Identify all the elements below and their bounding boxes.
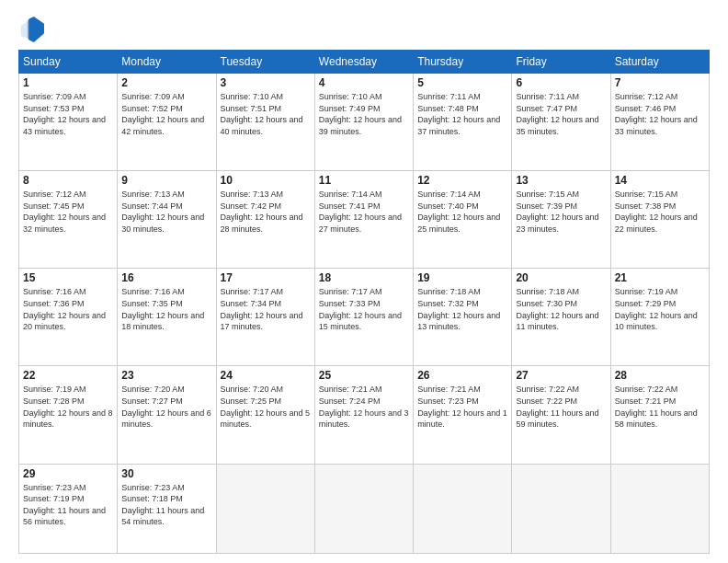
day-info: Sunrise: 7:12 AMSunset: 7:45 PMDaylight:… [23,189,113,235]
day-number: 16 [121,271,211,284]
calendar-day-cell: 13Sunrise: 7:15 AMSunset: 7:39 PMDayligh… [512,171,610,269]
day-info: Sunrise: 7:18 AMSunset: 7:32 PMDaylight:… [417,286,507,332]
day-number: 14 [615,174,705,187]
day-info: Sunrise: 7:11 AMSunset: 7:47 PMDaylight:… [516,91,606,137]
day-info: Sunrise: 7:16 AMSunset: 7:35 PMDaylight:… [121,286,211,332]
day-number: 20 [516,271,606,284]
day-number: 29 [23,467,113,480]
calendar-day-cell: 17Sunrise: 7:17 AMSunset: 7:34 PMDayligh… [216,269,314,366]
day-info: Sunrise: 7:21 AMSunset: 7:24 PMDaylight:… [319,384,409,430]
calendar-day-cell: 30Sunrise: 7:23 AMSunset: 7:18 PMDayligh… [118,464,216,553]
day-header: Saturday [610,51,709,74]
day-info: Sunrise: 7:22 AMSunset: 7:22 PMDaylight:… [516,384,606,430]
day-number: 25 [319,369,409,382]
day-number: 10 [221,174,311,187]
day-info: Sunrise: 7:10 AMSunset: 7:51 PMDaylight:… [221,91,311,137]
calendar-week-row: 1Sunrise: 7:09 AMSunset: 7:53 PMDaylight… [19,74,710,171]
day-number: 15 [23,271,113,284]
day-header: Thursday [414,51,512,74]
calendar-day-cell: 1Sunrise: 7:09 AMSunset: 7:53 PMDaylight… [19,74,118,171]
day-number: 28 [615,369,705,382]
svg-marker-2 [28,17,44,42]
day-number: 6 [516,76,606,89]
day-number: 21 [615,271,705,284]
calendar-header-row: SundayMondayTuesdayWednesdayThursdayFrid… [19,51,710,74]
day-info: Sunrise: 7:11 AMSunset: 7:48 PMDaylight:… [417,91,507,137]
calendar-day-cell [314,464,413,553]
day-header: Friday [512,51,610,74]
calendar-day-cell: 26Sunrise: 7:21 AMSunset: 7:23 PMDayligh… [414,366,512,464]
day-number: 22 [23,369,113,382]
calendar-day-cell: 2Sunrise: 7:09 AMSunset: 7:52 PMDaylight… [118,74,216,171]
day-info: Sunrise: 7:17 AMSunset: 7:34 PMDaylight:… [221,286,311,332]
calendar-day-cell: 10Sunrise: 7:13 AMSunset: 7:42 PMDayligh… [216,171,314,269]
calendar-day-cell: 24Sunrise: 7:20 AMSunset: 7:25 PMDayligh… [216,366,314,464]
calendar-day-cell: 25Sunrise: 7:21 AMSunset: 7:24 PMDayligh… [314,366,413,464]
calendar-day-cell: 12Sunrise: 7:14 AMSunset: 7:40 PMDayligh… [414,171,512,269]
day-number: 18 [319,271,409,284]
page: SundayMondayTuesdayWednesdayThursdayFrid… [0,0,728,563]
calendar-day-cell: 29Sunrise: 7:23 AMSunset: 7:19 PMDayligh… [19,464,118,553]
day-number: 17 [221,271,311,284]
day-number: 12 [417,174,507,187]
calendar-day-cell [216,464,314,553]
day-number: 4 [319,76,409,89]
calendar-day-cell: 4Sunrise: 7:10 AMSunset: 7:49 PMDaylight… [314,74,413,171]
day-info: Sunrise: 7:12 AMSunset: 7:46 PMDaylight:… [615,91,705,137]
calendar-day-cell: 7Sunrise: 7:12 AMSunset: 7:46 PMDaylight… [610,74,709,171]
day-info: Sunrise: 7:09 AMSunset: 7:53 PMDaylight:… [23,91,113,137]
day-info: Sunrise: 7:19 AMSunset: 7:29 PMDaylight:… [615,286,705,332]
calendar-day-cell: 5Sunrise: 7:11 AMSunset: 7:48 PMDaylight… [414,74,512,171]
logo [18,17,48,42]
day-number: 2 [121,76,211,89]
day-info: Sunrise: 7:13 AMSunset: 7:42 PMDaylight:… [221,189,311,235]
day-number: 9 [121,174,211,187]
day-info: Sunrise: 7:14 AMSunset: 7:40 PMDaylight:… [417,189,507,235]
calendar-day-cell [414,464,512,553]
day-info: Sunrise: 7:13 AMSunset: 7:44 PMDaylight:… [121,189,211,235]
day-number: 19 [417,271,507,284]
calendar-day-cell: 19Sunrise: 7:18 AMSunset: 7:32 PMDayligh… [414,269,512,366]
day-info: Sunrise: 7:23 AMSunset: 7:18 PMDaylight:… [121,482,211,528]
calendar-table: SundayMondayTuesdayWednesdayThursdayFrid… [18,50,710,554]
day-info: Sunrise: 7:17 AMSunset: 7:33 PMDaylight:… [319,286,409,332]
day-info: Sunrise: 7:21 AMSunset: 7:23 PMDaylight:… [417,384,507,430]
calendar-day-cell: 8Sunrise: 7:12 AMSunset: 7:45 PMDaylight… [19,171,118,269]
day-number: 23 [121,369,211,382]
calendar-week-row: 15Sunrise: 7:16 AMSunset: 7:36 PMDayligh… [19,269,710,366]
day-header: Monday [118,51,216,74]
day-info: Sunrise: 7:16 AMSunset: 7:36 PMDaylight:… [23,286,113,332]
calendar-week-row: 8Sunrise: 7:12 AMSunset: 7:45 PMDaylight… [19,171,710,269]
day-number: 24 [221,369,311,382]
day-header: Sunday [19,51,118,74]
day-info: Sunrise: 7:20 AMSunset: 7:27 PMDaylight:… [121,384,211,430]
day-number: 5 [417,76,507,89]
calendar-day-cell: 27Sunrise: 7:22 AMSunset: 7:22 PMDayligh… [512,366,610,464]
day-number: 13 [516,174,606,187]
day-info: Sunrise: 7:15 AMSunset: 7:39 PMDaylight:… [516,189,606,235]
day-number: 7 [615,76,705,89]
day-number: 8 [23,174,113,187]
day-info: Sunrise: 7:23 AMSunset: 7:19 PMDaylight:… [23,482,113,528]
calendar-day-cell: 21Sunrise: 7:19 AMSunset: 7:29 PMDayligh… [610,269,709,366]
calendar-week-row: 22Sunrise: 7:19 AMSunset: 7:28 PMDayligh… [19,366,710,464]
calendar-day-cell: 9Sunrise: 7:13 AMSunset: 7:44 PMDaylight… [118,171,216,269]
calendar-day-cell [610,464,709,553]
day-info: Sunrise: 7:09 AMSunset: 7:52 PMDaylight:… [121,91,211,137]
calendar-day-cell: 20Sunrise: 7:18 AMSunset: 7:30 PMDayligh… [512,269,610,366]
calendar-day-cell: 16Sunrise: 7:16 AMSunset: 7:35 PMDayligh… [118,269,216,366]
header [18,17,710,42]
calendar-day-cell: 22Sunrise: 7:19 AMSunset: 7:28 PMDayligh… [19,366,118,464]
day-info: Sunrise: 7:20 AMSunset: 7:25 PMDaylight:… [221,384,311,430]
day-number: 27 [516,369,606,382]
calendar-day-cell: 11Sunrise: 7:14 AMSunset: 7:41 PMDayligh… [314,171,413,269]
day-number: 26 [417,369,507,382]
calendar-day-cell: 6Sunrise: 7:11 AMSunset: 7:47 PMDaylight… [512,74,610,171]
day-info: Sunrise: 7:15 AMSunset: 7:38 PMDaylight:… [615,189,705,235]
calendar-day-cell [512,464,610,553]
calendar-day-cell: 23Sunrise: 7:20 AMSunset: 7:27 PMDayligh… [118,366,216,464]
day-info: Sunrise: 7:22 AMSunset: 7:21 PMDaylight:… [615,384,705,430]
calendar-day-cell: 15Sunrise: 7:16 AMSunset: 7:36 PMDayligh… [19,269,118,366]
day-number: 30 [121,467,211,480]
day-info: Sunrise: 7:19 AMSunset: 7:28 PMDaylight:… [23,384,113,430]
